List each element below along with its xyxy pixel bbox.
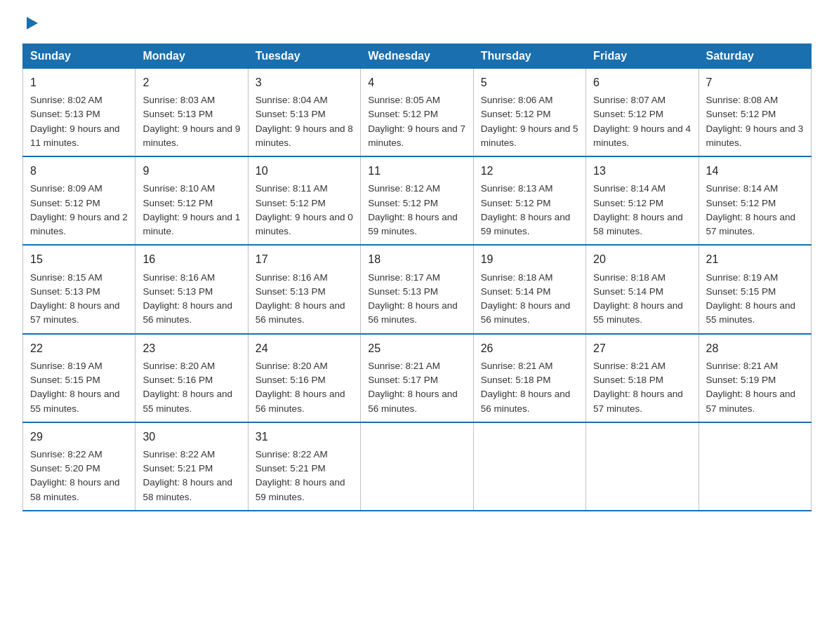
calendar-cell: 15 Sunrise: 8:15 AMSunset: 5:13 PMDaylig…	[23, 245, 135, 333]
day-info: Sunrise: 8:10 AMSunset: 5:12 PMDaylight:…	[143, 183, 240, 236]
day-info: Sunrise: 8:22 AMSunset: 5:21 PMDaylight:…	[256, 449, 345, 502]
day-number: 10	[256, 163, 353, 179]
calendar-cell: 4 Sunrise: 8:05 AMSunset: 5:12 PMDayligh…	[361, 69, 473, 157]
day-number: 25	[368, 340, 465, 356]
day-number: 14	[706, 163, 804, 179]
day-number: 4	[368, 74, 465, 90]
day-number: 23	[143, 340, 240, 356]
calendar-cell: 19 Sunrise: 8:18 AMSunset: 5:14 PMDaylig…	[473, 245, 585, 333]
day-info: Sunrise: 8:21 AMSunset: 5:17 PMDaylight:…	[368, 361, 458, 414]
day-info: Sunrise: 8:14 AMSunset: 5:12 PMDaylight:…	[593, 183, 683, 236]
day-info: Sunrise: 8:08 AMSunset: 5:12 PMDaylight:…	[706, 95, 804, 148]
calendar-cell: 6 Sunrise: 8:07 AMSunset: 5:12 PMDayligh…	[586, 69, 699, 157]
day-number: 1	[30, 74, 128, 90]
calendar-cell: 23 Sunrise: 8:20 AMSunset: 5:16 PMDaylig…	[135, 334, 248, 422]
day-info: Sunrise: 8:02 AMSunset: 5:13 PMDaylight:…	[30, 95, 120, 148]
calendar-cell: 26 Sunrise: 8:21 AMSunset: 5:18 PMDaylig…	[473, 334, 585, 422]
day-header-monday: Monday	[135, 44, 248, 69]
calendar-cell: 20 Sunrise: 8:18 AMSunset: 5:14 PMDaylig…	[586, 245, 699, 333]
calendar-cell: 14 Sunrise: 8:14 AMSunset: 5:12 PMDaylig…	[699, 156, 811, 245]
calendar-cell	[699, 422, 811, 511]
day-info: Sunrise: 8:11 AMSunset: 5:12 PMDaylight:…	[256, 183, 353, 236]
calendar-cell: 8 Sunrise: 8:09 AMSunset: 5:12 PMDayligh…	[23, 156, 135, 245]
day-info: Sunrise: 8:14 AMSunset: 5:12 PMDaylight:…	[706, 183, 796, 236]
calendar-cell: 9 Sunrise: 8:10 AMSunset: 5:12 PMDayligh…	[135, 156, 248, 245]
day-header-thursday: Thursday	[473, 44, 585, 69]
day-info: Sunrise: 8:13 AMSunset: 5:12 PMDaylight:…	[481, 183, 571, 236]
calendar-week-row: 22 Sunrise: 8:19 AMSunset: 5:15 PMDaylig…	[23, 334, 812, 422]
day-info: Sunrise: 8:16 AMSunset: 5:13 PMDaylight:…	[143, 272, 232, 326]
day-number: 19	[481, 251, 578, 267]
calendar-week-row: 8 Sunrise: 8:09 AMSunset: 5:12 PMDayligh…	[23, 156, 812, 245]
day-info: Sunrise: 8:04 AMSunset: 5:13 PMDaylight:…	[256, 95, 353, 148]
day-number: 18	[368, 251, 465, 267]
day-info: Sunrise: 8:05 AMSunset: 5:12 PMDaylight:…	[368, 95, 465, 148]
calendar-cell: 28 Sunrise: 8:21 AMSunset: 5:19 PMDaylig…	[699, 334, 811, 422]
day-number: 20	[593, 251, 691, 267]
day-number: 21	[706, 251, 804, 267]
calendar-cell	[361, 422, 473, 511]
day-number: 9	[143, 163, 240, 179]
day-info: Sunrise: 8:19 AMSunset: 5:15 PMDaylight:…	[706, 272, 796, 326]
calendar-cell: 22 Sunrise: 8:19 AMSunset: 5:15 PMDaylig…	[23, 334, 135, 422]
day-info: Sunrise: 8:21 AMSunset: 5:18 PMDaylight:…	[481, 361, 571, 414]
day-number: 31	[256, 429, 353, 445]
day-info: Sunrise: 8:21 AMSunset: 5:19 PMDaylight:…	[706, 361, 796, 414]
day-info: Sunrise: 8:03 AMSunset: 5:13 PMDaylight:…	[143, 95, 240, 148]
calendar-cell: 10 Sunrise: 8:11 AMSunset: 5:12 PMDaylig…	[248, 156, 360, 245]
day-info: Sunrise: 8:22 AMSunset: 5:21 PMDaylight:…	[143, 449, 232, 502]
calendar-cell: 18 Sunrise: 8:17 AMSunset: 5:13 PMDaylig…	[361, 245, 473, 333]
day-info: Sunrise: 8:18 AMSunset: 5:14 PMDaylight:…	[593, 272, 683, 326]
day-number: 13	[593, 163, 691, 179]
day-number: 3	[256, 74, 353, 90]
day-number: 17	[256, 251, 353, 267]
calendar-cell: 13 Sunrise: 8:14 AMSunset: 5:12 PMDaylig…	[586, 156, 699, 245]
day-number: 26	[481, 340, 578, 356]
day-info: Sunrise: 8:20 AMSunset: 5:16 PMDaylight:…	[256, 361, 345, 414]
calendar-cell: 11 Sunrise: 8:12 AMSunset: 5:12 PMDaylig…	[361, 156, 473, 245]
calendar-cell: 2 Sunrise: 8:03 AMSunset: 5:13 PMDayligh…	[135, 69, 248, 157]
calendar-cell: 21 Sunrise: 8:19 AMSunset: 5:15 PMDaylig…	[699, 245, 811, 333]
day-info: Sunrise: 8:07 AMSunset: 5:12 PMDaylight:…	[593, 95, 691, 148]
calendar-cell	[586, 422, 699, 511]
calendar-cell: 12 Sunrise: 8:13 AMSunset: 5:12 PMDaylig…	[473, 156, 585, 245]
day-number: 2	[143, 74, 240, 90]
day-header-saturday: Saturday	[699, 44, 811, 69]
day-number: 11	[368, 163, 465, 179]
day-number: 15	[30, 251, 128, 267]
day-number: 27	[593, 340, 691, 356]
calendar-week-row: 1 Sunrise: 8:02 AMSunset: 5:13 PMDayligh…	[23, 69, 812, 157]
day-number: 22	[30, 340, 128, 356]
day-header-wednesday: Wednesday	[361, 44, 473, 69]
day-number: 24	[256, 340, 353, 356]
day-info: Sunrise: 8:20 AMSunset: 5:16 PMDaylight:…	[143, 361, 232, 414]
day-info: Sunrise: 8:15 AMSunset: 5:13 PMDaylight:…	[30, 272, 120, 326]
calendar-header-row: SundayMondayTuesdayWednesdayThursdayFrid…	[23, 44, 812, 69]
calendar-cell: 25 Sunrise: 8:21 AMSunset: 5:17 PMDaylig…	[361, 334, 473, 422]
calendar-cell: 7 Sunrise: 8:08 AMSunset: 5:12 PMDayligh…	[699, 69, 811, 157]
calendar-cell: 16 Sunrise: 8:16 AMSunset: 5:13 PMDaylig…	[135, 245, 248, 333]
day-number: 6	[593, 74, 691, 90]
calendar-cell: 1 Sunrise: 8:02 AMSunset: 5:13 PMDayligh…	[23, 69, 135, 157]
day-header-tuesday: Tuesday	[248, 44, 360, 69]
day-number: 16	[143, 251, 240, 267]
day-info: Sunrise: 8:17 AMSunset: 5:13 PMDaylight:…	[368, 272, 458, 326]
logo-triangle-icon	[24, 15, 39, 31]
day-info: Sunrise: 8:19 AMSunset: 5:15 PMDaylight:…	[30, 361, 120, 414]
day-number: 12	[481, 163, 578, 179]
page-header	[22, 17, 812, 31]
calendar-week-row: 29 Sunrise: 8:22 AMSunset: 5:20 PMDaylig…	[23, 422, 812, 511]
day-info: Sunrise: 8:21 AMSunset: 5:18 PMDaylight:…	[593, 361, 683, 414]
calendar-cell: 24 Sunrise: 8:20 AMSunset: 5:16 PMDaylig…	[248, 334, 360, 422]
calendar-cell: 5 Sunrise: 8:06 AMSunset: 5:12 PMDayligh…	[473, 69, 585, 157]
day-number: 8	[30, 163, 128, 179]
day-number: 5	[481, 74, 578, 90]
day-number: 30	[143, 429, 240, 445]
calendar-cell	[473, 422, 585, 511]
day-info: Sunrise: 8:22 AMSunset: 5:20 PMDaylight:…	[30, 449, 120, 502]
day-info: Sunrise: 8:12 AMSunset: 5:12 PMDaylight:…	[368, 183, 458, 236]
day-number: 29	[30, 429, 128, 445]
day-info: Sunrise: 8:06 AMSunset: 5:12 PMDaylight:…	[481, 95, 578, 148]
calendar-cell: 31 Sunrise: 8:22 AMSunset: 5:21 PMDaylig…	[248, 422, 360, 511]
calendar-cell: 3 Sunrise: 8:04 AMSunset: 5:13 PMDayligh…	[248, 69, 360, 157]
